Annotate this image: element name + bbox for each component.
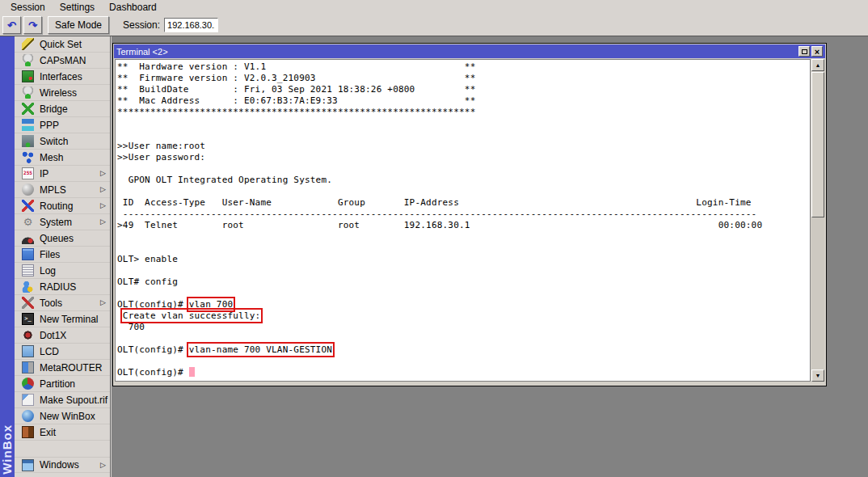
close-icon: × (815, 48, 820, 56)
terminal-line: OLT# config (117, 276, 810, 288)
tools-icon (22, 297, 34, 309)
menu-session[interactable]: Session (3, 1, 53, 14)
sidebar-item-label: Switch (40, 136, 68, 147)
sidebar-item-label: CAPsMAN (40, 55, 86, 66)
sidebar-item-label: MPLS (40, 184, 66, 196)
mesh-icon (22, 151, 34, 163)
submenu-arrow-icon: ▷ (100, 185, 106, 193)
new-winbox-icon (22, 410, 34, 422)
undo-icon: ↶ (7, 19, 16, 32)
interfaces-icon (22, 70, 34, 82)
highlight-box: vlan-name 700 VLAN-GESTION (189, 344, 332, 355)
sidebar-item-mesh[interactable]: Mesh (15, 150, 110, 166)
queues-icon (22, 232, 34, 244)
sidebar-item-files[interactable]: Files (15, 247, 110, 263)
submenu-arrow-icon: ▷ (100, 201, 106, 209)
terminal-line: ----------------------------------------… (117, 209, 810, 220)
sidebar-item-label: Tools (40, 298, 62, 309)
sidebar-item-ppp[interactable]: PPP (15, 117, 110, 133)
safe-mode-button[interactable]: Safe Mode (48, 16, 109, 34)
redo-button[interactable]: ↷ (23, 16, 42, 34)
terminal-titlebar[interactable]: Terminal <2> × (114, 44, 825, 58)
terminal-line: Create vlan successfully: (117, 310, 810, 322)
submenu-arrow-icon: ▷ (100, 217, 106, 226)
sidebar-item-tools[interactable]: Tools▷ (15, 295, 110, 311)
sidebar-item-label: Bridge (40, 103, 68, 115)
sidebar-item-system[interactable]: System▷ (15, 214, 110, 230)
workspace-background: Terminal <2> × ** Hardware version : V1.… (112, 36, 868, 477)
bridge-icon (22, 103, 34, 115)
brand-logo: WinBox (0, 424, 15, 475)
terminal-line: GPON OLT Integrated Operating System. (117, 175, 810, 186)
sidebar-item-new-terminal[interactable]: New Terminal (15, 311, 110, 327)
terminal-line (117, 356, 810, 367)
submenu-arrow-icon: ▷ (100, 298, 106, 306)
sidebar-item-label: PPP (40, 120, 59, 131)
sidebar-item-label: Interfaces (40, 71, 82, 82)
sidebar-item-label: Queues (40, 233, 74, 244)
maximize-button[interactable] (798, 46, 810, 57)
terminal-line (117, 129, 810, 141)
terminal-line (117, 265, 810, 276)
sidebar-item-log[interactable]: Log (15, 263, 110, 279)
sidebar-item-radius[interactable]: RADIUS (15, 279, 110, 295)
terminal-line: ** BuildDate : Fri, 03 Sep 2021 18:38:26… (117, 84, 810, 95)
sidebar-item-label: New WinBox (40, 411, 95, 422)
sidebar-item-metarouter[interactable]: MetaROUTER (15, 360, 110, 376)
sidebar-item-label: Make Supout.rif (40, 395, 107, 406)
sidebar-item-queues[interactable]: Queues (15, 230, 110, 247)
sidebar-item-label: New Terminal (40, 314, 98, 325)
terminal-line: OLT(config)# vlan 700 (117, 299, 810, 310)
sidebar-item-windows[interactable]: Windows▷ (15, 457, 110, 473)
sidebar-item-make-supout-rif[interactable]: Make Supout.rif (15, 392, 110, 408)
terminal-output[interactable]: ** Hardware version : V1.1 **** Firmware… (115, 59, 811, 382)
sidebar-item-switch[interactable]: Switch (15, 133, 110, 150)
terminal-line: >>User password: (117, 152, 810, 163)
sidebar-item-dot1x[interactable]: Dot1X (15, 327, 110, 344)
submenu-arrow-icon: ▷ (100, 169, 106, 177)
sidebar-item-bridge[interactable]: Bridge (15, 101, 110, 117)
scroll-up-button[interactable]: ▲ (811, 59, 824, 71)
sidebar-item-label: Dot1X (40, 330, 66, 341)
session-label: Session: (123, 19, 160, 31)
session-input[interactable] (164, 18, 218, 32)
exit-icon (22, 426, 34, 438)
sidebar-item-label: Routing (40, 201, 73, 212)
redo-icon: ↷ (28, 19, 37, 32)
sidebar-item-label: Files (40, 249, 60, 260)
sidebar-item-new-winbox[interactable]: New WinBox (15, 408, 110, 424)
sidebar-item-capsman[interactable]: CAPsMAN (15, 53, 110, 69)
terminal-line: OLT(config)# (117, 367, 810, 378)
terminal-line (117, 333, 810, 344)
undo-button[interactable]: ↶ (2, 16, 21, 34)
maximize-icon (802, 49, 807, 54)
sidebar-item-label: System (40, 217, 72, 228)
sidebar-item-wireless[interactable]: Wireless (15, 85, 110, 101)
menu-settings[interactable]: Settings (53, 1, 102, 14)
scroll-down-button[interactable]: ▼ (811, 369, 824, 382)
highlight-box: Create vlan successfully: (123, 310, 261, 321)
quick-set-icon (22, 38, 34, 50)
terminal-scrollbar[interactable]: ▲ ▼ (811, 59, 824, 382)
scrollbar-thumb[interactable] (811, 72, 824, 217)
switch-icon (22, 135, 34, 147)
sidebar-item-mpls[interactable]: MPLS▷ (15, 182, 110, 198)
sidebar-item-interfaces[interactable]: Interfaces (15, 69, 110, 85)
terminal-line: 700 (117, 322, 810, 333)
sidebar-item-routing[interactable]: Routing▷ (15, 198, 110, 214)
radius-icon (22, 281, 34, 293)
menu-dashboard[interactable]: Dashboard (102, 1, 164, 14)
sidebar-item-label: LCD (40, 346, 59, 357)
terminal-line: ID Access-Type User-Name Group IP-Addres… (117, 197, 810, 209)
sidebar-item-ip[interactable]: IP▷ (15, 166, 110, 182)
terminal-line (117, 186, 810, 197)
sidebar-item-partition[interactable]: Partition (15, 376, 110, 392)
terminal-line (117, 288, 810, 299)
sidebar-item-quick-set[interactable]: Quick Set (15, 36, 110, 53)
highlight-box: vlan 700 (189, 299, 234, 310)
sidebar-item-exit[interactable]: Exit (15, 424, 110, 441)
sidebar-item-lcd[interactable]: LCD (15, 344, 110, 360)
sidebar-item-label: Exit (40, 427, 56, 438)
terminal-line: ****************************************… (117, 107, 810, 118)
close-button[interactable]: × (811, 46, 823, 57)
